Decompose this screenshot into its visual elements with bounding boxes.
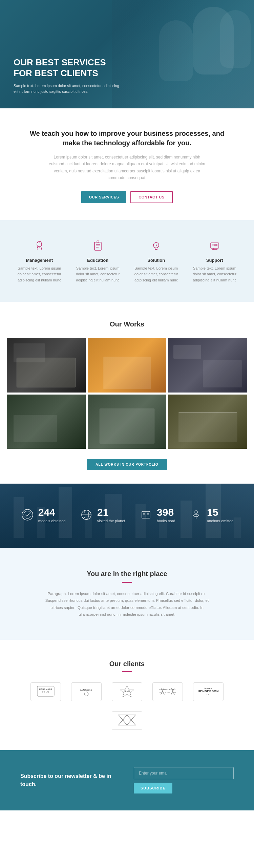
newsletter-section: Subscribe to our newsletter & be in touc… — [0, 750, 254, 810]
hero-section: OUR BEST SERVICES FOR BEST CLIENTS Sampl… — [0, 0, 254, 108]
hero-background-image — [112, 0, 254, 108]
service-desc-support: Sample text. Lorem ipsum dolor sit amet,… — [189, 266, 241, 283]
service-name-education: Education — [72, 258, 124, 263]
services-grid: Management Sample text. Lorem ipsum dolo… — [14, 239, 240, 283]
section-divider — [122, 582, 132, 583]
right-place-text: Paragraph. Lorem ipsum dolor sit amet, c… — [42, 590, 212, 618]
education-icon — [90, 239, 105, 254]
medals-icon — [21, 508, 34, 524]
solution-icon — [149, 239, 164, 254]
medals-number: 244 — [38, 507, 66, 517]
about-buttons: OUR SERVICES CONTACT US — [27, 191, 227, 203]
planet-label: visited the planet — [97, 519, 125, 523]
client-logo-text-4: GREATEVILLAGE GROW & SINCE 2004 — [156, 684, 179, 699]
about-text: Lorem ipsum dolor sit amet, consectetuer… — [46, 154, 208, 182]
clients-title: Our clients — [14, 660, 240, 668]
hero-content: OUR BEST SERVICES FOR BEST CLIENTS Sampl… — [14, 57, 122, 95]
client-logo-text-2: LAKERS — [76, 684, 97, 699]
client-logo-5: joseph HENDERSON Co. — [193, 682, 224, 701]
client-logo-text-6 — [117, 713, 137, 727]
service-name-solution: Solution — [130, 258, 182, 263]
client-logo-text-5: joseph HENDERSON Co. — [196, 684, 220, 699]
svg-text:GROW & SINCE 2004: GROW & SINCE 2004 — [160, 692, 176, 693]
svg-text:LAKERS: LAKERS — [80, 688, 92, 691]
service-item-support: Support Sample text. Lorem ipsum dolor s… — [189, 239, 241, 283]
newsletter-title: Subscribe to our newsletter & be in touc… — [20, 772, 120, 788]
client-logo-2: LAKERS — [71, 682, 102, 701]
support-icon — [207, 239, 222, 254]
books-icon — [139, 508, 153, 524]
svg-marker-43 — [119, 715, 135, 725]
svg-rect-9 — [212, 244, 214, 246]
svg-text:CO LTD: CO LTD — [42, 691, 49, 693]
newsletter-form: SUBSCRIBE — [134, 767, 234, 793]
planet-icon — [80, 508, 93, 524]
svg-rect-5 — [97, 241, 99, 243]
right-place-title: You are in the right place — [34, 570, 220, 578]
svg-text:GREATEVILLAGE: GREATEVILLAGE — [160, 689, 176, 691]
client-logo-3: CRAFT — [112, 682, 142, 701]
medals-label: medals obtained — [38, 519, 66, 523]
anchors-label: anchors omitted — [207, 519, 233, 523]
books-label: books read — [157, 519, 175, 523]
newsletter-email-input[interactable] — [134, 767, 234, 779]
work-item-1[interactable] — [7, 338, 86, 393]
svg-marker-44 — [119, 715, 135, 725]
service-item-education: Education Sample text. Lorem ipsum dolor… — [72, 239, 124, 283]
svg-text:CRAFT: CRAFT — [124, 690, 130, 692]
contact-us-button[interactable]: CONTACT US — [130, 191, 172, 203]
hero-title: OUR BEST SERVICES FOR BEST CLIENTS — [14, 57, 122, 79]
svg-point-24 — [195, 511, 197, 513]
stat-anchors-info: 15 anchors omitted — [207, 507, 233, 523]
service-desc-management: Sample text. Lorem ipsum dolor sit amet,… — [14, 266, 65, 283]
work-item-6[interactable] — [168, 395, 247, 449]
svg-rect-1 — [94, 242, 101, 250]
client-logo-text-1: HANDMADE CO LTD — [36, 684, 56, 699]
client-logo-6 — [112, 711, 142, 730]
svg-point-14 — [24, 511, 31, 518]
about-section: We teach you how to improve your busines… — [0, 108, 254, 220]
portfolio-button[interactable]: ALL WORKS IN OUR PORTFOLIO — [87, 459, 167, 470]
svg-text:HANDMADE: HANDMADE — [39, 688, 52, 690]
stat-planet: 21 visited the planet — [80, 507, 125, 524]
work-item-4[interactable] — [7, 395, 86, 449]
svg-point-31 — [84, 692, 88, 696]
subscribe-button[interactable]: SUBSCRIBE — [134, 783, 172, 793]
service-name-management: Management — [14, 258, 65, 263]
stat-books-info: 398 books read — [157, 507, 175, 523]
about-title: We teach you how to improve your busines… — [27, 129, 227, 148]
service-name-support: Support — [189, 258, 241, 263]
stat-medals-info: 244 medals obtained — [38, 507, 66, 523]
stat-anchors: 15 anchors omitted — [189, 507, 233, 524]
stat-books: 398 books read — [139, 507, 175, 524]
work-item-2[interactable] — [88, 338, 167, 393]
service-item-solution: Solution Sample text. Lorem ipsum dolor … — [130, 239, 182, 283]
svg-text:Co.: Co. — [207, 694, 210, 696]
works-title: Our Works — [7, 320, 247, 328]
hero-subtitle: Sample text. Lorem ipsum dolor sit amet,… — [14, 83, 122, 95]
svg-text:joseph: joseph — [204, 687, 212, 689]
client-logo-text-3: CRAFT — [117, 684, 137, 699]
right-place-section: You are in the right place Paragraph. Lo… — [0, 548, 254, 640]
svg-text:HENDERSON: HENDERSON — [198, 690, 219, 693]
clients-logos-grid: HANDMADE CO LTD LAKERS CRAFT — [14, 682, 240, 730]
client-logo-1: HANDMADE CO LTD — [30, 682, 61, 701]
stats-grid: 244 medals obtained 21 visited the plane… — [14, 507, 240, 524]
anchors-number: 15 — [207, 507, 233, 517]
services-section: Management Sample text. Lorem ipsum dolo… — [0, 220, 254, 302]
work-item-5[interactable] — [88, 395, 167, 449]
clients-section: Our clients HANDMADE CO LTD LAKERS — [0, 640, 254, 750]
management-icon — [32, 239, 47, 254]
stats-section: 244 medals obtained 21 visited the plane… — [0, 484, 254, 548]
service-desc-education: Sample text. Lorem ipsum dolor sit amet,… — [72, 266, 124, 283]
anchors-icon — [189, 508, 203, 524]
books-number: 398 — [157, 507, 175, 517]
work-item-3[interactable] — [168, 338, 247, 393]
client-logo-4: GREATEVILLAGE GROW & SINCE 2004 — [152, 682, 183, 701]
our-services-button[interactable]: OUR SERVICES — [81, 191, 126, 203]
works-section: Our Works ALL WORKS IN OUR PORTFOLIO — [0, 302, 254, 484]
planet-number: 21 — [97, 507, 125, 517]
service-desc-solution: Sample text. Lorem ipsum dolor sit amet,… — [130, 266, 182, 283]
clients-divider — [122, 671, 132, 672]
service-item-management: Management Sample text. Lorem ipsum dolo… — [14, 239, 65, 283]
